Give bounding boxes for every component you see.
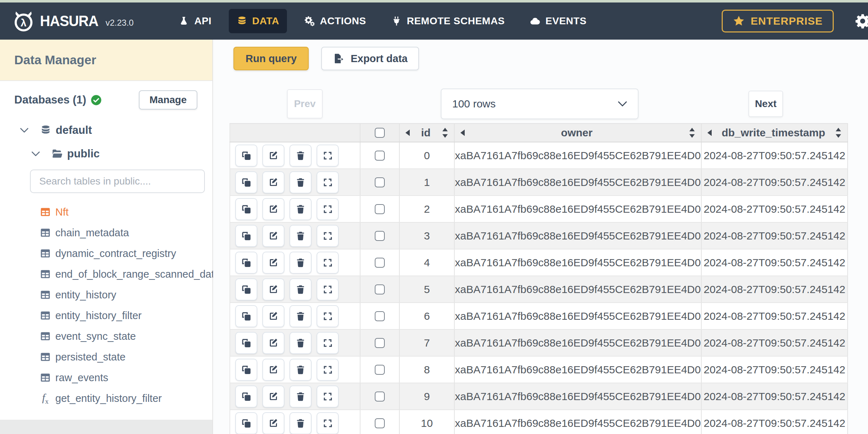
sidebar-table-item[interactable]: raw_events — [0, 367, 212, 388]
tree-node-database[interactable]: default — [0, 121, 212, 140]
sidebar-table-item[interactable]: dynamic_contract_registry — [0, 243, 212, 264]
clone-row-button[interactable] — [235, 252, 257, 274]
expand-row-button[interactable] — [317, 359, 339, 381]
delete-row-button[interactable] — [289, 252, 312, 274]
tree-node-schema[interactable]: public — [0, 145, 212, 163]
expand-row-button[interactable] — [317, 252, 339, 274]
edit-row-button[interactable] — [262, 225, 284, 247]
collapse-column-icon[interactable] — [707, 130, 712, 136]
nav-item-remote-schemas[interactable]: REMOTE SCHEMAS — [383, 9, 513, 33]
column-header-id[interactable]: id — [400, 124, 455, 142]
sidebar-table-item[interactable]: end_of_block_range_scanned_data — [0, 264, 212, 284]
sidebar-table-item[interactable]: Nft — [0, 202, 212, 222]
delete-row-button[interactable] — [289, 225, 312, 247]
settings-gear-icon[interactable] — [854, 13, 868, 29]
sidebar-table-item[interactable]: entity_history_filter — [0, 305, 212, 326]
column-header-db-write-timestamp[interactable]: db_write_timestamp — [702, 124, 848, 142]
row-checkbox[interactable] — [375, 177, 385, 187]
clone-row-button[interactable] — [235, 412, 257, 434]
edit-row-button[interactable] — [262, 332, 284, 354]
sort-icon[interactable] — [835, 127, 842, 138]
clone-row-button[interactable] — [235, 359, 257, 381]
expand-row-button[interactable] — [317, 332, 339, 354]
collapse-column-icon[interactable] — [460, 130, 465, 136]
row-checkbox[interactable] — [375, 418, 385, 428]
chevron-down-icon[interactable] — [31, 151, 40, 156]
row-checkbox[interactable] — [375, 338, 385, 348]
row-select-cell — [360, 249, 400, 276]
row-checkbox[interactable] — [375, 284, 385, 294]
delete-row-button[interactable] — [289, 171, 312, 193]
sidebar-table-item[interactable]: persisted_state — [0, 347, 212, 367]
edit-row-button[interactable] — [262, 145, 284, 167]
row-checkbox[interactable] — [375, 151, 385, 161]
edit-row-button[interactable] — [262, 252, 284, 274]
sidebar-table-item[interactable]: fx get_entity_history_filter — [0, 388, 212, 409]
delete-row-button[interactable] — [289, 145, 312, 167]
edit-row-button[interactable] — [262, 278, 284, 301]
clone-row-button[interactable] — [235, 225, 257, 247]
sort-icon[interactable] — [442, 127, 448, 138]
expand-row-button[interactable] — [317, 198, 339, 220]
manage-button[interactable]: Manage — [139, 90, 197, 110]
row-checkbox[interactable] — [375, 311, 385, 321]
column-header-owner[interactable]: owner — [455, 124, 702, 142]
cell-id: 4 — [424, 257, 430, 269]
sort-icon[interactable] — [689, 127, 695, 138]
cell-owner: 0xaBA7161A7fb69c88e16ED9f455CE62B791EE4D… — [455, 230, 702, 242]
clone-row-button[interactable] — [235, 145, 257, 167]
sidebar-table-item[interactable]: chain_metadata — [0, 222, 212, 243]
delete-row-button[interactable] — [289, 198, 312, 220]
expand-row-button[interactable] — [317, 278, 339, 301]
expand-row-button[interactable] — [317, 305, 339, 327]
clone-row-button[interactable] — [235, 332, 257, 354]
select-all-checkbox[interactable] — [375, 128, 385, 138]
clone-row-button[interactable] — [235, 305, 257, 327]
delete-row-button[interactable] — [289, 278, 312, 301]
delete-row-button[interactable] — [289, 385, 312, 408]
rows-per-page-select[interactable]: 100 rows — [441, 89, 639, 119]
nav-item-events[interactable]: EVENTS — [522, 9, 594, 33]
enterprise-button[interactable]: ENTERPRISE — [722, 10, 834, 32]
expand-row-button[interactable] — [317, 171, 339, 193]
row-checkbox[interactable] — [375, 258, 385, 268]
delete-row-button[interactable] — [289, 305, 312, 327]
clone-row-button[interactable] — [235, 171, 257, 193]
prev-page-button[interactable]: Prev — [287, 89, 323, 118]
search-tables-input[interactable] — [30, 170, 205, 193]
delete-row-button[interactable] — [289, 332, 312, 354]
brand[interactable]: λ HASURA v2.23.0 — [12, 10, 133, 32]
chevron-down-icon[interactable] — [20, 128, 29, 133]
table-row: 5 0xaBA7161A7fb69c88e16ED9f455CE62B791EE… — [229, 276, 848, 303]
collapse-column-icon[interactable] — [405, 130, 410, 136]
row-checkbox[interactable] — [375, 231, 385, 241]
edit-row-button[interactable] — [262, 305, 284, 327]
run-query-button[interactable]: Run query — [233, 47, 309, 70]
edit-row-button[interactable] — [262, 198, 284, 220]
cell-id: 0 — [424, 150, 430, 162]
row-select-cell — [360, 410, 400, 434]
edit-row-button[interactable] — [262, 412, 284, 434]
next-page-button[interactable]: Next — [748, 91, 783, 117]
nav-item-actions[interactable]: ACTIONS — [296, 9, 374, 33]
delete-row-button[interactable] — [289, 412, 312, 434]
row-checkbox[interactable] — [375, 204, 385, 214]
edit-row-button[interactable] — [262, 171, 284, 193]
expand-row-button[interactable] — [317, 412, 339, 434]
row-checkbox[interactable] — [375, 392, 385, 402]
expand-row-button[interactable] — [317, 145, 339, 167]
delete-row-button[interactable] — [289, 359, 312, 381]
expand-row-button[interactable] — [317, 225, 339, 247]
edit-row-button[interactable] — [262, 385, 284, 408]
export-data-button[interactable]: Export data — [321, 47, 419, 70]
clone-row-button[interactable] — [235, 198, 257, 220]
clone-row-button[interactable] — [235, 385, 257, 408]
edit-row-button[interactable] — [262, 359, 284, 381]
expand-row-button[interactable] — [317, 385, 339, 408]
sidebar-table-item[interactable]: entity_history — [0, 284, 212, 305]
sidebar-table-item[interactable]: event_sync_state — [0, 326, 212, 347]
clone-row-button[interactable] — [235, 278, 257, 301]
nav-item-api[interactable]: API — [171, 9, 219, 33]
row-checkbox[interactable] — [375, 365, 385, 375]
nav-item-data[interactable]: DATA — [229, 9, 287, 33]
